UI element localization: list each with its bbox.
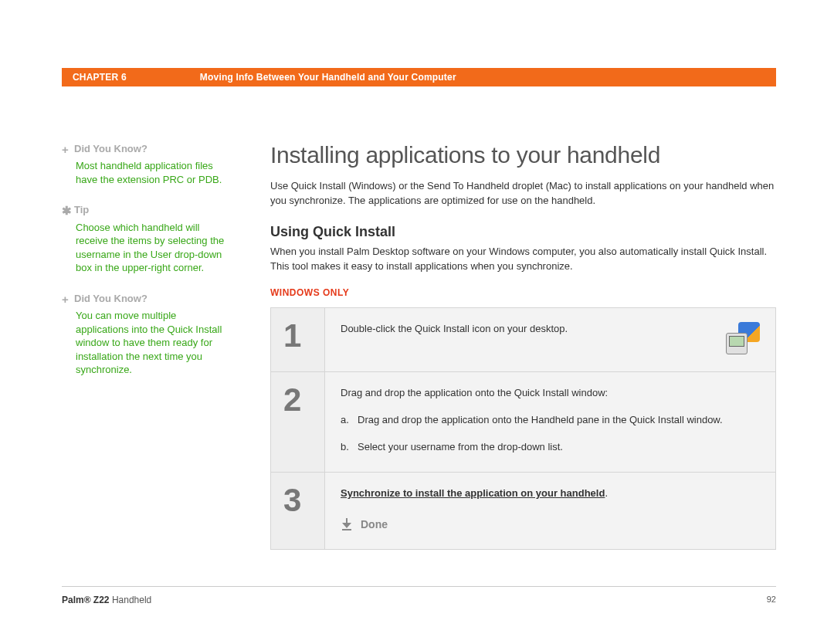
step-2: 2 Drag and drop the application onto the… [271,372,775,473]
product-rest: Handheld [110,595,152,605]
intro-text: Use Quick Install (Windows) or the Send … [270,179,776,208]
sidebar: +Did You Know? Most handheld application… [62,142,239,550]
section-heading: Using Quick Install [270,224,776,240]
page-title: Installing applications to your handheld [270,142,776,168]
chapter-title: Moving Info Between Your Handheld and Yo… [200,72,456,83]
step-number: 2 [271,372,325,472]
step-text: Double-click the Quick Install icon on y… [341,322,712,337]
step-number: 1 [271,308,325,371]
footer: Palm® Z22 Handheld 92 [62,586,776,605]
sidebar-title: Did You Know? [74,293,147,304]
chapter-label: CHAPTER 6 [73,72,127,83]
step-number: 3 [271,473,325,549]
chapter-header: CHAPTER 6 Moving Info Between Your Handh… [62,68,776,86]
main-content: Installing applications to your handheld… [239,142,776,550]
done-label: Done [361,517,388,532]
sidebar-didyouknow-2: +Did You Know? You can move multiple app… [62,292,225,377]
sidebar-title: Tip [74,204,89,215]
substep-text: Select your username from the drop-down … [358,440,760,455]
download-arrow-icon [341,518,353,530]
substep-b: b. Select your username from the drop-do… [341,440,760,455]
platform-label: WINDOWS ONLY [270,287,776,298]
step-3: 3 Synchronize to install the application… [271,473,775,549]
step-1: 1 Double-click the Quick Install icon on… [271,308,775,372]
product-name: Palm® Z22 Handheld [62,595,767,605]
section-text: When you install Palm Desktop software o… [270,245,776,274]
asterisk-icon: ✱ [62,203,74,219]
sidebar-body: Most handheld application files have the… [76,159,225,186]
sidebar-tip: ✱Tip Choose which handheld will receive … [62,203,225,274]
period: . [605,487,608,499]
plus-icon: + [62,292,74,307]
step-lead: Drag and drop the application onto the Q… [341,386,760,401]
substep-a: a. Drag and drop the application onto th… [341,413,760,428]
sidebar-body: Choose which handheld will receive the i… [76,221,225,275]
sidebar-title: Did You Know? [74,143,147,154]
steps-panel: 1 Double-click the Quick Install icon on… [270,307,776,550]
synchronize-link[interactable]: Synchronize to install the application o… [341,487,605,499]
substep-letter: a. [341,413,358,428]
step-body: Synchronize to install the application o… [325,473,775,549]
substep-letter: b. [341,440,358,455]
plus-icon: + [62,142,74,158]
step-body: Drag and drop the application onto the Q… [325,372,775,472]
sidebar-body: You can move multiple applications into … [76,309,225,377]
done-row: Done [341,517,760,532]
sidebar-didyouknow-1: +Did You Know? Most handheld application… [62,142,225,186]
step-body: Double-click the Quick Install icon on y… [325,308,775,371]
substep-text: Drag and drop the application onto the H… [358,413,760,428]
product-bold: Palm® Z22 [62,595,110,605]
quick-install-icon [723,322,760,354]
page-number: 92 [767,595,776,605]
